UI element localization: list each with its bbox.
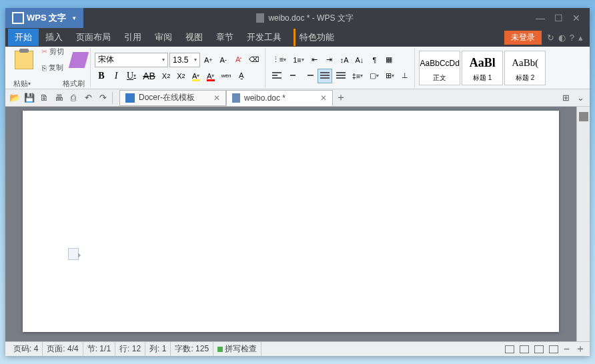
underline-button[interactable]: U ▾ bbox=[124, 69, 139, 83]
login-button[interactable]: 未登录 bbox=[504, 31, 542, 45]
document-viewport[interactable] bbox=[5, 107, 576, 341]
sort-button[interactable]: A↓ bbox=[353, 53, 367, 67]
style-h1-label: 标题 1 bbox=[473, 73, 492, 83]
tab-insert[interactable]: 插入 bbox=[39, 29, 69, 46]
toolbar-menu-icon[interactable]: ⊞ bbox=[559, 91, 572, 105]
zoom-in-button[interactable]: ＋ bbox=[575, 342, 586, 356]
paste-button[interactable] bbox=[11, 51, 37, 69]
tab-view[interactable]: 视图 bbox=[179, 29, 209, 46]
print-button[interactable]: 🖶 bbox=[52, 91, 65, 105]
side-panel bbox=[576, 107, 590, 341]
window-controls: — ☐ ✕ bbox=[526, 13, 590, 23]
distribute-button[interactable] bbox=[334, 69, 348, 83]
tab-review[interactable]: 审阅 bbox=[148, 29, 179, 46]
close-tab-icon[interactable]: ✕ bbox=[320, 93, 327, 103]
tab-section[interactable]: 章节 bbox=[209, 29, 240, 46]
style-normal[interactable]: AaBbCcDd 正文 bbox=[419, 51, 460, 85]
text-direction-button[interactable]: ↕A bbox=[338, 53, 352, 67]
line-spacing-button[interactable]: ‡≡ ▾ bbox=[350, 69, 366, 83]
view-mode-1-icon[interactable] bbox=[505, 345, 514, 353]
grow-font-button[interactable]: A+ bbox=[201, 53, 215, 67]
decrease-indent-button[interactable]: ⇤ bbox=[308, 53, 322, 67]
strikethrough-button[interactable]: AB bbox=[140, 69, 158, 83]
bold-button[interactable]: B bbox=[95, 69, 108, 83]
maximize-button[interactable]: ☐ bbox=[554, 13, 563, 23]
ribbon: ✂ 剪切 ⎘ 复制 粘贴 ▾ 格式刷 宋体▾ 13.5▾ A+ A- A̛ ⌫ bbox=[5, 47, 590, 89]
menubar: 开始 插入 页面布局 引用 审阅 视图 章节 开发工具 特色功能 未登录 ↻ ◐… bbox=[5, 28, 590, 47]
app-window: WPS 文字 ▼ weibo.doc * - WPS 文字 — ☐ ✕ 开始 插… bbox=[5, 8, 590, 356]
cut-button[interactable]: ✂ 剪切 bbox=[39, 45, 67, 59]
close-tab-icon[interactable]: ✕ bbox=[213, 93, 220, 103]
tab-docer[interactable]: Docer-在线模板 ✕ bbox=[119, 90, 226, 106]
page[interactable] bbox=[23, 111, 559, 332]
align-justify-button[interactable] bbox=[318, 69, 332, 83]
bullets-button[interactable]: ⋮≡ ▾ bbox=[269, 53, 289, 67]
print-direct-button[interactable]: ⎙ bbox=[67, 91, 80, 105]
view-mode-3-icon[interactable] bbox=[534, 345, 544, 353]
status-column[interactable]: 列: 1 bbox=[145, 342, 171, 356]
undo-button[interactable]: ↶ bbox=[81, 91, 95, 105]
content-area bbox=[5, 107, 590, 341]
insert-table-button[interactable]: ▦ bbox=[382, 53, 396, 67]
sync-icon[interactable]: ↻ bbox=[547, 33, 554, 43]
style-heading2[interactable]: AaBb( 标题 2 bbox=[504, 51, 546, 85]
view-mode-4-icon[interactable] bbox=[549, 345, 558, 353]
status-page[interactable]: 页面: 4/4 bbox=[43, 342, 83, 356]
status-line[interactable]: 行: 12 bbox=[115, 342, 145, 356]
open-button[interactable]: 📂 bbox=[8, 91, 21, 105]
status-right: − ＋ bbox=[505, 342, 586, 356]
tab-page-layout[interactable]: 页面布局 bbox=[69, 29, 117, 46]
tab-docer-label: Docer-在线模板 bbox=[139, 92, 195, 103]
char-border-button[interactable]: A̱ bbox=[235, 69, 248, 83]
tab-references[interactable]: 引用 bbox=[117, 29, 148, 46]
status-word-count[interactable]: 字数: 125 bbox=[171, 342, 213, 356]
collapse-ribbon-icon[interactable]: ▴ bbox=[578, 33, 583, 43]
document-icon bbox=[232, 93, 240, 103]
tabs-button[interactable]: ⊥ bbox=[398, 69, 412, 83]
increase-indent-button[interactable]: ⇥ bbox=[323, 53, 336, 67]
toolbar-dropdown-icon[interactable]: ⌄ bbox=[574, 91, 587, 105]
tab-special[interactable]: 特色功能 bbox=[293, 29, 341, 46]
style-heading1[interactable]: AaBl 标题 1 bbox=[462, 51, 503, 85]
status-spellcheck[interactable]: 拼写检查 bbox=[213, 342, 261, 356]
print-preview-button[interactable]: 🗎 bbox=[37, 91, 51, 105]
align-left-button[interactable] bbox=[269, 69, 284, 83]
copy-button[interactable]: ⎘ 复制 bbox=[39, 61, 67, 75]
redo-button[interactable]: ↷ bbox=[96, 91, 109, 105]
zoom-out-button[interactable]: − bbox=[564, 343, 570, 355]
skin-icon[interactable]: ◐ bbox=[558, 33, 566, 43]
shading-button[interactable]: ▢ ▾ bbox=[367, 69, 382, 83]
minimize-button[interactable]: — bbox=[536, 13, 545, 23]
tab-start[interactable]: 开始 bbox=[8, 29, 39, 46]
align-right-button[interactable] bbox=[302, 69, 316, 83]
borders-button[interactable]: ⊞ ▾ bbox=[383, 69, 397, 83]
insert-object-icon[interactable] bbox=[68, 248, 79, 260]
view-mode-2-icon[interactable] bbox=[520, 345, 529, 353]
new-tab-button[interactable]: ＋ bbox=[333, 91, 349, 105]
tab-document[interactable]: weibo.doc * ✕ bbox=[226, 90, 333, 106]
shrink-font-button[interactable]: A- bbox=[217, 53, 230, 67]
italic-button[interactable]: I bbox=[109, 69, 123, 83]
change-case-button[interactable]: A̛ bbox=[231, 53, 245, 67]
app-menu-button[interactable]: WPS 文字 ▼ bbox=[5, 8, 83, 28]
clear-format-button[interactable]: ⌫ bbox=[246, 53, 262, 67]
align-center-button[interactable] bbox=[285, 69, 300, 83]
highlight-button[interactable]: A ▾ bbox=[189, 69, 203, 83]
panel-toggle-icon[interactable] bbox=[579, 112, 588, 121]
show-marks-button[interactable]: ¶ bbox=[368, 53, 381, 67]
status-section[interactable]: 节: 1/1 bbox=[83, 342, 115, 356]
style-normal-label: 正文 bbox=[433, 73, 446, 83]
pinyin-button[interactable]: wén bbox=[219, 69, 234, 83]
dropdown-icon: ▼ bbox=[71, 15, 77, 21]
help-icon[interactable]: ? bbox=[570, 33, 574, 43]
font-family-select[interactable]: 宋体▾ bbox=[95, 53, 168, 67]
font-size-select[interactable]: 13.5▾ bbox=[169, 53, 200, 67]
superscript-button[interactable]: X2 bbox=[159, 69, 173, 83]
numbering-button[interactable]: 1≡ ▾ bbox=[290, 53, 307, 67]
font-color-button[interactable]: A ▾ bbox=[204, 69, 217, 83]
close-button[interactable]: ✕ bbox=[572, 13, 580, 23]
status-page-number[interactable]: 页码: 4 bbox=[9, 342, 43, 356]
save-button[interactable]: 💾 bbox=[23, 91, 36, 105]
tab-developer[interactable]: 开发工具 bbox=[240, 29, 288, 46]
subscript-button[interactable]: X2 bbox=[174, 69, 187, 83]
